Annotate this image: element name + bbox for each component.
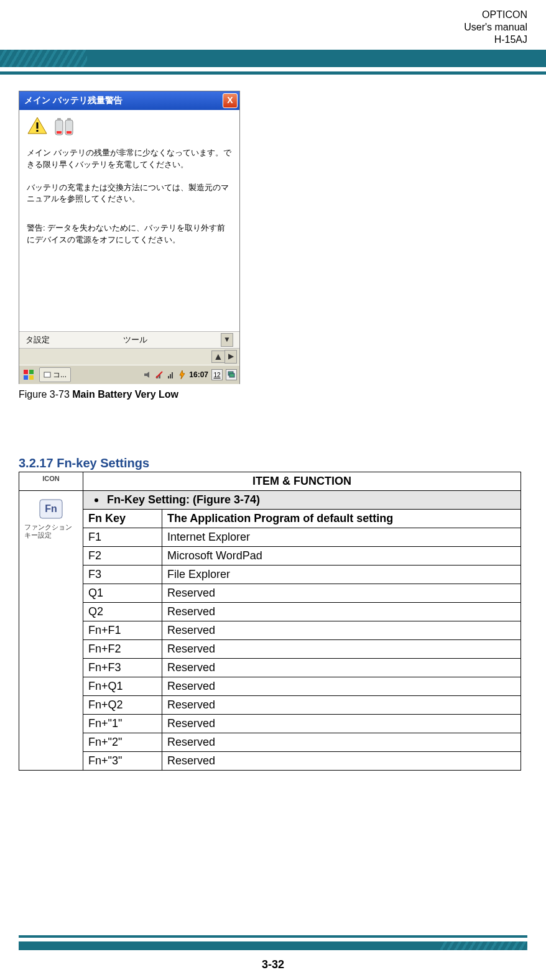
arrow-right-icon[interactable]: ▶	[224, 350, 237, 364]
taskbar: コ... 16:07 12	[19, 365, 239, 384]
figure-caption: Figure 3-73 Main Battery Very Low	[19, 389, 527, 400]
close-icon[interactable]: X	[223, 93, 238, 108]
table-subhead: Fn-Key Setting: (Figure 3-74)	[107, 493, 260, 506]
charge-icon[interactable]	[178, 370, 186, 379]
table-row: F2Microsoft WordPad	[19, 547, 521, 566]
taskbar-app-button[interactable]: コ...	[39, 367, 71, 382]
header-divider	[0, 50, 546, 76]
svg-rect-20	[172, 372, 173, 378]
table-row: Fn+F3Reserved	[19, 659, 521, 677]
table-row: Fn+"3"Reserved	[19, 752, 521, 771]
fn-icon: Fn ファンクションキー設定	[24, 493, 78, 539]
header-model: H-15AJ	[0, 34, 527, 46]
fn-icon-caption: ファンクションキー設定	[24, 523, 78, 539]
svg-rect-8	[67, 131, 72, 134]
svg-rect-12	[29, 375, 34, 380]
dialog-body: メイン バッテリの残量が非常に少なくなっています。できる限り早くバッテリを充電し…	[19, 110, 239, 331]
table-row: Fn+"2"Reserved	[19, 733, 521, 752]
clock: 16:07	[189, 370, 208, 379]
section-heading: 3.2.17 Fn-key Settings	[19, 456, 527, 470]
battery-icon	[53, 116, 78, 137]
arrow-left-icon[interactable]: ▶	[211, 350, 225, 363]
bullet-icon	[95, 498, 98, 502]
header-brand: OPTICON	[0, 9, 527, 21]
system-tray: 16:07 12	[143, 369, 237, 380]
table-row: Fn+Q2Reserved	[19, 696, 521, 715]
svg-marker-21	[180, 370, 185, 379]
tab-right[interactable]: ツール	[123, 334, 147, 346]
dialog-msg-1: メイン バッテリの残量が非常に少なくなっています。できる限り早くバッテリを充電し…	[27, 147, 232, 171]
svg-rect-13	[44, 372, 50, 377]
svg-rect-19	[170, 374, 171, 378]
figure-prefix: Figure 3-73	[19, 389, 72, 400]
figure-title: Main Battery Very Low	[72, 389, 178, 400]
dialog-title: メイン バッテリ残量警告	[24, 95, 123, 106]
page-header: OPTICON User's manual H-15AJ	[0, 0, 546, 50]
svg-rect-4	[57, 118, 61, 121]
table-row: Fn+"1"Reserved	[19, 715, 521, 733]
table-row: Q2Reserved	[19, 603, 521, 621]
table-row: Fn+Q1Reserved	[19, 677, 521, 696]
fn-key-table: ICON ITEM & FUNCTION Fn ファンクションキー設定	[19, 472, 521, 771]
table-row: F3File Explorer	[19, 566, 521, 584]
warning-icon	[27, 116, 48, 139]
windows-icon[interactable]	[226, 369, 237, 380]
footer-divider	[0, 935, 546, 950]
tab-left[interactable]: タ設定	[25, 334, 50, 346]
table-row: Q1Reserved	[19, 584, 521, 603]
app-toolbar: ▶ ▶	[19, 348, 239, 365]
tray-num-icon[interactable]: 12	[211, 369, 223, 380]
signal-icon[interactable]	[167, 370, 175, 379]
header-doc: User's manual	[0, 21, 527, 34]
volume-icon[interactable]	[143, 370, 152, 379]
svg-text:Fn: Fn	[45, 503, 57, 514]
table-row: Fn+F1Reserved	[19, 621, 521, 640]
taskbar-app-label: コ...	[53, 370, 67, 380]
col-header-key: Fn Key	[83, 510, 162, 528]
svg-marker-14	[144, 372, 149, 378]
dialog-msg-2: バッテリの充電または交換方法については、製造元のマニュアルを参照してください。	[27, 182, 232, 206]
svg-rect-11	[24, 375, 28, 380]
dialog-titlebar: メイン バッテリ残量警告 X	[19, 91, 239, 110]
content-area: メイン バッテリ残量警告 X	[0, 91, 546, 771]
scroll-down-icon[interactable]: ▼	[221, 333, 233, 347]
screenshot-figure: メイン バッテリ残量警告 X	[19, 91, 240, 384]
page: OPTICON User's manual H-15AJ メイン バッテリ残量警…	[0, 0, 546, 980]
svg-rect-6	[67, 118, 71, 121]
th-icon: ICON	[19, 472, 83, 491]
svg-rect-9	[24, 370, 28, 374]
start-icon[interactable]	[22, 368, 35, 382]
svg-rect-10	[29, 370, 34, 374]
svg-rect-18	[168, 376, 169, 378]
page-number: 3-32	[0, 958, 546, 971]
svg-rect-2	[37, 130, 39, 132]
svg-rect-1	[37, 122, 39, 129]
app-tabs: タ設定 ツール ▼	[19, 331, 239, 348]
col-header-app: The Application Program of default setti…	[162, 510, 521, 528]
dialog-msg-3: 警告: データを失わないために、バッテリを取り外す前にデバイスの電源をオフにして…	[27, 222, 232, 246]
network-off-icon[interactable]	[155, 370, 164, 379]
svg-rect-23	[229, 373, 234, 377]
table-row: F1Internet Explorer	[19, 528, 521, 547]
table-row: Fn+F2Reserved	[19, 640, 521, 659]
th-item-function: ITEM & FUNCTION	[83, 472, 521, 491]
svg-rect-7	[57, 131, 62, 134]
